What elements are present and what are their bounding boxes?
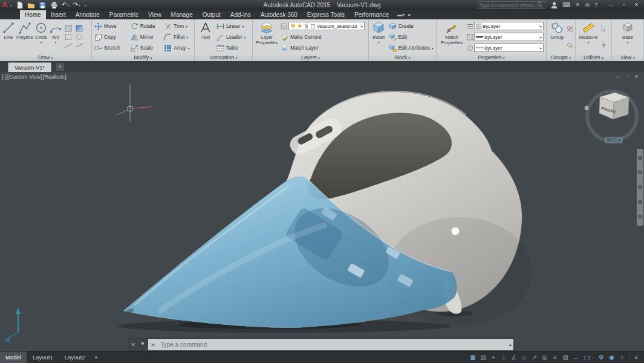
tab-annotate[interactable]: Annotate xyxy=(71,10,105,19)
stretch-button[interactable]: Stretch xyxy=(93,43,129,53)
tab-output[interactable]: Output xyxy=(198,10,226,19)
lineweight-toggle[interactable]: ≡ xyxy=(550,352,560,363)
ribbon-display-toggle[interactable]: ▬▾ xyxy=(397,12,405,18)
new-drawing-tab-button[interactable]: + xyxy=(56,63,64,71)
new-layout-button[interactable]: + xyxy=(91,352,102,363)
tab-performance[interactable]: Performance xyxy=(350,10,394,19)
viewport-close-button[interactable]: ✕ xyxy=(634,74,639,79)
grid-toggle[interactable]: ▦ xyxy=(467,352,478,363)
showmotion-icon[interactable] xyxy=(638,215,642,218)
fillet-button[interactable]: Fillet ▾ xyxy=(163,32,193,42)
base-button[interactable]: Base ▾ xyxy=(617,20,638,54)
drawing-area[interactable]: FRONT WCS [-] [Custom View] [Realistic] … xyxy=(0,72,644,351)
copy-button[interactable]: Copy xyxy=(93,32,129,42)
qat-customize-button[interactable]: ▾ xyxy=(82,1,88,10)
tab-layout2[interactable]: Layout2 xyxy=(59,352,91,363)
app-menu-button[interactable]: A xyxy=(0,0,10,10)
stay-connected-icon[interactable]: ◎ xyxy=(585,2,590,8)
text-button[interactable]: Text xyxy=(196,20,215,54)
edit-block-button[interactable]: Edit xyxy=(388,32,435,42)
dynamic-input-toggle[interactable]: + xyxy=(488,352,498,363)
panel-label-view[interactable]: View ▾ xyxy=(612,54,643,61)
object-snap-tracking-toggle[interactable]: ↗ xyxy=(529,352,539,363)
help-icon[interactable]: ? xyxy=(594,2,597,8)
workspace-switching-button[interactable]: ⚙ xyxy=(596,352,607,363)
panel-label-block[interactable]: Block ▾ xyxy=(369,54,436,61)
transparency-icon[interactable] xyxy=(467,34,473,41)
wcs-dropdown[interactable]: WCS xyxy=(605,137,623,143)
customization-button[interactable]: ≡ xyxy=(631,352,642,363)
layer-properties-button[interactable]: Layer Properties xyxy=(254,20,279,54)
create-block-button[interactable]: Create xyxy=(388,21,435,31)
command-customize-wrench-icon[interactable] xyxy=(140,342,146,348)
command-input[interactable] xyxy=(160,341,504,348)
scale-button[interactable]: Scale xyxy=(129,43,163,53)
ungroup-icon[interactable] xyxy=(567,25,573,32)
minimize-button[interactable]: — xyxy=(605,0,617,10)
gradient-button[interactable] xyxy=(76,25,83,32)
transparency-toggle[interactable]: ▨ xyxy=(560,352,570,363)
new-file-button[interactable] xyxy=(14,1,25,10)
panel-label-layers[interactable]: Layers ▾ xyxy=(253,54,368,61)
tab-layout1[interactable]: Layout1 xyxy=(27,352,59,363)
panel-label-groups[interactable]: Groups ▾ xyxy=(547,54,575,61)
close-button[interactable]: ✕ xyxy=(630,0,643,10)
ribbon-options-icon[interactable]: ● xyxy=(408,12,411,18)
match-properties-button[interactable]: Match Properties xyxy=(438,20,466,54)
viewport-menu-button[interactable]: [-] xyxy=(2,74,7,80)
orbit-icon[interactable] xyxy=(638,200,642,204)
exchange-apps-icon[interactable]: ✕ xyxy=(576,2,581,8)
object-color-dropdown[interactable]: ByLayer ▾ xyxy=(474,22,544,30)
full-navigation-wheel-icon[interactable] xyxy=(638,156,642,160)
search-icon[interactable] xyxy=(537,2,544,8)
revision-cloud-button[interactable] xyxy=(76,33,83,41)
annotation-monitor-toggle[interactable]: ◉ xyxy=(607,352,617,363)
panel-label-annotation[interactable]: Annotation ▾ xyxy=(195,54,252,61)
measure-button[interactable]: Measure ▾ xyxy=(577,20,600,54)
open-file-button[interactable] xyxy=(25,1,37,10)
insert-block-button[interactable]: Insert ▾ xyxy=(370,20,388,54)
panel-label-properties[interactable]: Properties ▾ xyxy=(437,54,546,61)
save-button[interactable] xyxy=(37,1,48,10)
navigation-bar[interactable] xyxy=(637,149,643,226)
polyline-button[interactable]: Polyline xyxy=(16,20,34,54)
panel-label-draw[interactable]: Draw ▾ xyxy=(0,54,91,61)
viewport-minimize-button[interactable]: — xyxy=(616,74,620,79)
viewport-view-button[interactable]: [Custom View] xyxy=(7,74,42,80)
file-tab-active[interactable]: Vacuum-V1* xyxy=(8,62,51,72)
isometric-drafting-toggle[interactable]: ◇ xyxy=(519,352,529,363)
undo-button[interactable]: ↶▾ xyxy=(60,1,71,10)
ortho-toggle[interactable]: ⊥ xyxy=(498,352,509,363)
zoom-icon[interactable] xyxy=(638,185,642,189)
boundary-button[interactable] xyxy=(65,33,72,41)
viewcube[interactable]: FRONT xyxy=(584,91,637,141)
trim-button[interactable]: Trim ▾ xyxy=(163,21,193,31)
tab-express-tools[interactable]: Express Tools xyxy=(302,10,350,19)
tab-autodesk360[interactable]: Autodesk 360 xyxy=(256,10,302,19)
model-scene[interactable]: FRONT WCS xyxy=(0,72,644,351)
plot-style-icon[interactable] xyxy=(467,45,473,51)
construction-line-button[interactable] xyxy=(76,42,83,49)
group-edit-icon[interactable] xyxy=(567,42,573,48)
make-current-button[interactable]: Make Current xyxy=(279,32,366,42)
pan-icon[interactable] xyxy=(638,171,642,174)
table-button[interactable]: Table xyxy=(215,43,251,53)
line-button[interactable]: Line xyxy=(1,20,16,54)
layer-dropdown[interactable]: Vacuum_Sketch33 ▾ xyxy=(288,22,365,30)
linear-dimension-button[interactable]: Linear ▾ xyxy=(215,21,251,31)
arc-button[interactable]: Arc ▾ xyxy=(48,20,63,54)
tab-insert[interactable]: Insert xyxy=(46,10,71,19)
isolate-objects-button[interactable]: ○ xyxy=(617,352,627,363)
tab-manage[interactable]: Manage xyxy=(166,10,198,19)
move-button[interactable]: Move xyxy=(93,21,129,31)
viewport-restore-button[interactable]: ▫ xyxy=(626,74,628,79)
snap-toggle[interactable]: ▤ xyxy=(478,352,488,363)
id-point-icon[interactable] xyxy=(600,42,607,48)
command-close-icon[interactable]: ✕ xyxy=(131,342,136,348)
panel-label-modify[interactable]: Modify ▾ xyxy=(92,54,194,61)
polar-tracking-toggle[interactable]: ∠ xyxy=(509,352,519,363)
object-snap-toggle[interactable]: ◎ xyxy=(539,352,550,363)
edit-attributes-button[interactable]: Edit Attributes ▾ xyxy=(388,43,435,53)
ucs-icon[interactable] xyxy=(4,308,21,342)
tab-home[interactable]: Home xyxy=(20,10,46,19)
